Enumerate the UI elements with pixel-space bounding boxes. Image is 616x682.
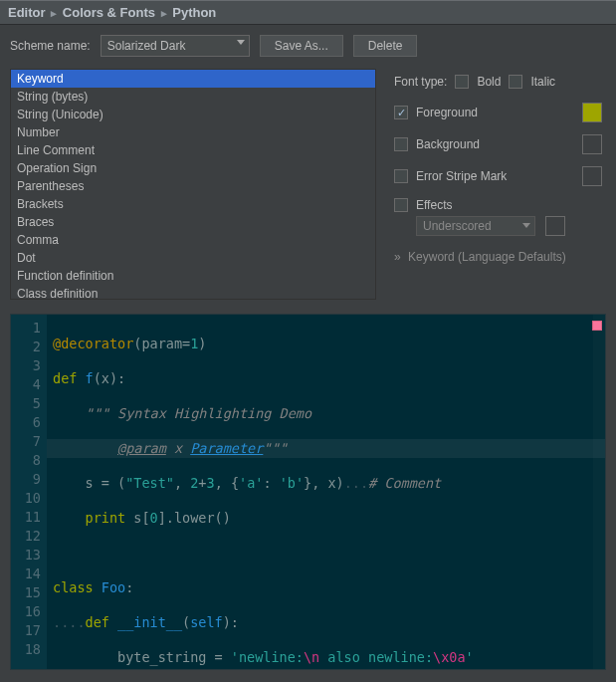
foreground-color-swatch[interactable] (582, 103, 602, 122)
breadcrumb-seg-colors[interactable]: Colors & Fonts (63, 5, 155, 20)
line-number: 7 (11, 432, 47, 451)
category-item[interactable]: String (bytes) (11, 88, 375, 106)
category-item[interactable]: Comma (11, 231, 375, 249)
gutter: 123456789101112131415161718 (11, 315, 47, 669)
line-number: 8 (11, 451, 47, 470)
line-number: 5 (11, 394, 47, 413)
code-preview[interactable]: 123456789101112131415161718 @decorator(p… (10, 314, 606, 670)
line-number: 4 (11, 375, 47, 394)
line-number: 9 (11, 470, 47, 489)
category-item[interactable]: Keyword (11, 70, 375, 88)
effects-checkbox[interactable] (394, 198, 408, 212)
effects-label: Effects (416, 198, 452, 212)
category-item[interactable]: Dot (11, 249, 375, 267)
bold-checkbox[interactable] (455, 75, 469, 89)
category-item[interactable]: Brackets (11, 195, 375, 213)
category-item[interactable]: String (Unicode) (11, 106, 375, 123)
line-number: 17 (11, 621, 47, 640)
category-item[interactable]: Class definition (11, 285, 375, 300)
category-item[interactable]: Number (11, 123, 375, 141)
delete-button[interactable]: Delete (353, 35, 418, 57)
inherit-link[interactable]: » Keyword (Language Defaults) (394, 250, 606, 264)
save-as-button[interactable]: Save As... (260, 35, 343, 57)
error-stripe-color-swatch[interactable] (582, 166, 602, 186)
italic-checkbox[interactable] (509, 75, 522, 89)
effects-select[interactable]: Underscored (416, 216, 535, 236)
line-number: 12 (11, 527, 47, 546)
error-stripe-checkbox[interactable] (394, 169, 408, 183)
line-number: 2 (11, 338, 47, 356)
line-number: 16 (11, 602, 47, 621)
line-number: 13 (11, 546, 47, 565)
breadcrumb-seg-python[interactable]: Python (172, 5, 216, 20)
italic-label: Italic (530, 75, 555, 89)
font-options-panel: Font type: Bold Italic Foreground Backgr… (394, 69, 606, 300)
error-stripe-label: Error Stripe Mark (416, 169, 507, 183)
line-number: 6 (11, 413, 47, 432)
category-item[interactable]: Braces (11, 213, 375, 231)
line-number: 11 (11, 508, 47, 527)
breadcrumb: Editor ▸ Colors & Fonts ▸ Python (0, 0, 616, 25)
category-item[interactable]: Parentheses (11, 177, 375, 195)
line-number: 15 (11, 583, 47, 602)
effects-select-value: Underscored (423, 219, 492, 233)
vertical-scrollbar[interactable] (593, 315, 605, 669)
category-list[interactable]: KeywordString (bytes)String (Unicode)Num… (10, 69, 376, 300)
scheme-select-value: Solarized Dark (107, 39, 186, 53)
line-number: 18 (11, 640, 47, 659)
effects-color-swatch[interactable] (545, 216, 565, 236)
bold-label: Bold (477, 75, 501, 89)
foreground-label: Foreground (416, 106, 478, 119)
line-number: 3 (11, 356, 47, 375)
chevron-down-icon (237, 40, 245, 45)
chevron-right-icon: ▸ (51, 7, 57, 19)
chevron-down-icon (522, 223, 530, 228)
category-item[interactable]: Function definition (11, 267, 375, 285)
scheme-select[interactable]: Solarized Dark (101, 35, 250, 57)
line-number: 14 (11, 565, 47, 583)
category-item[interactable]: Line Comment (11, 141, 375, 159)
code-area: @decorator(param=1) def f(x): """ Syntax… (47, 315, 605, 669)
breadcrumb-seg-editor[interactable]: Editor (8, 5, 46, 20)
scheme-row: Scheme name: Solarized Dark Save As... D… (0, 25, 616, 69)
inherit-label: Keyword (Language Defaults) (408, 250, 566, 264)
background-checkbox[interactable] (394, 137, 408, 151)
category-item[interactable]: Operation Sign (11, 159, 375, 177)
chevron-right-icon: ▸ (161, 7, 167, 19)
font-type-label: Font type: (394, 75, 447, 89)
line-number: 10 (11, 489, 47, 508)
background-label: Background (416, 137, 480, 151)
scheme-name-label: Scheme name: (10, 39, 91, 53)
background-color-swatch[interactable] (582, 134, 602, 154)
chevron-right-icon: » (394, 250, 401, 264)
line-number: 1 (11, 319, 47, 338)
foreground-checkbox[interactable] (394, 106, 408, 119)
